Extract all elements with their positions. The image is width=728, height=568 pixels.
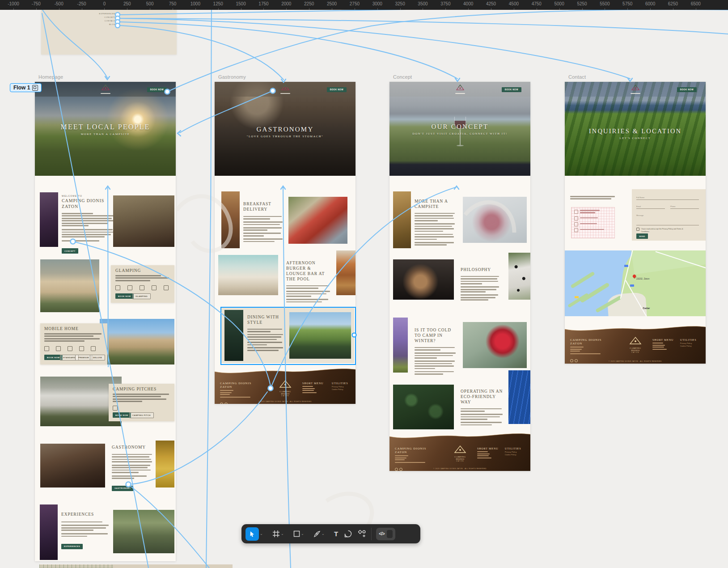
solar-panels-photo [508,370,530,424]
menu-item-concept[interactable]: CONCEPT [89,16,115,18]
cookie-policy-link[interactable]: Cookie Policy [332,389,348,390]
grapes-photo [40,192,58,247]
fax-icon [574,216,578,220]
address-icon [574,210,578,214]
text-tool[interactable]: T [334,530,338,538]
frame-tool[interactable] [272,530,280,538]
privacy-policy-link[interactable]: Privacy Policy [332,386,348,388]
frame-tool-dropdown[interactable]: ⌄ [281,532,285,536]
shape-tool[interactable] [293,530,300,537]
facebook-icon[interactable] [224,403,228,404]
menu-item-experiences[interactable]: EXPERIENCES [89,13,115,15]
frame-label-contact[interactable]: Contact [568,74,586,80]
email-field[interactable]: Email [636,205,665,209]
book-now-button[interactable]: BOOK NOW [502,87,521,92]
footer-utilities: UTILITIES Privacy Policy Cookie Policy [680,339,696,347]
tv-icon [164,284,169,292]
restaurant-photo [40,444,105,487]
experiences-button[interactable]: EXPERIENCES [61,544,83,549]
hero-title: OUR CONCEPT [389,123,530,131]
menu-item-contact[interactable]: CONTACT [89,20,115,22]
privacy-policy-link[interactable]: Privacy Policy [505,451,521,453]
hero-subtitle: MORE THAN A CAMPSITE [35,132,176,136]
instagram-icon[interactable] [220,403,223,404]
flow-label: Flow 1 [13,85,30,91]
contact-form: Full Name Email Phone Message I have rea… [632,189,706,241]
footer-socials[interactable] [570,356,611,364]
footer-utilities: UTILITIES Privacy Policy Cookie Policy [332,382,348,390]
map-pin-label: 23232, Zaton [636,277,649,280]
privacy-policy-link[interactable]: Privacy Policy [680,343,696,344]
frame-label-concept[interactable]: Concept [393,74,412,80]
foliage-photo [393,385,454,429]
philosophy-section: PHILOSOPHY [461,267,501,302]
flow-start-badge[interactable]: Flow 1 [10,83,42,92]
book-now-button[interactable]: BOOK NOW [147,87,167,92]
move-tool-dropdown[interactable]: ⌄ [260,532,264,536]
camping-pitch-button[interactable]: CAMPING PITCH [129,412,154,418]
concept-hero-image: BOOK NOW OUR CONCEPT DON'T JUST VISIT CR… [389,82,530,176]
move-tool[interactable] [245,527,259,541]
frame-contact[interactable]: BOOK NOW INQUIRIES & LOCATION LET'S CONN… [565,82,706,364]
full-name-field[interactable]: Full Name [636,196,699,200]
bottom-toolbar[interactable]: ⌄ ⌄ ⌄ ⌄ T </> [241,524,420,543]
mobile-home-title: MOBILE HOME [44,326,79,332]
footer-logo: CAMPING DIONIS ZATON [625,336,646,353]
map-route-badge [624,265,628,267]
phone-field[interactable]: Phone [670,205,699,209]
glamping-more-button[interactable]: GLAMPING [132,293,151,299]
send-button[interactable]: SEND [636,233,648,239]
comment-tool[interactable] [344,530,352,538]
hero-subtitle: LET'S CONNECT [565,136,706,140]
welcome-section: WELCOME TO CAMPING DIONIS ZATON CONCEPT [62,195,114,254]
concept-button[interactable]: CONCEPT [62,248,78,254]
ruler: -1000-750-500-25002505007501000125015001… [0,0,728,10]
shape-tool-dropdown[interactable]: ⌄ [301,532,305,536]
frame-concept[interactable]: BOOK NOW OUR CONCEPT DON'T JUST VISIT CR… [389,82,530,471]
camping-dionis-logo-icon [101,84,110,94]
gastronomy-title: GASTRONOMY [112,445,153,450]
gastronomy-button[interactable]: GASTRONOMY [112,486,133,491]
figma-canvas[interactable]: -1000-750-500-25002505007501000125015001… [0,0,728,568]
contact-info-card [571,207,615,238]
footer-short-menu: SHORT MENU [652,339,673,350]
cookie-policy-link[interactable]: Cookie Policy [680,345,696,347]
frame-label-homepage[interactable]: Homepage [38,74,63,80]
welcome-eyebrow: WELCOME TO [62,195,114,197]
ac-icon [152,284,157,292]
menu-overlay-frame[interactable]: EXPERIENCES CONCEPT CONTACT BLOG [41,10,177,55]
footer-brand: CAMPING DIONIS ZATON [395,447,436,454]
site-footer: CAMPING DIONIS ZATON CAMPING DIONIS ZATO… [389,431,530,471]
next-section-strip [39,564,233,568]
footer-utilities: UTILITIES Privacy Policy Cookie Policy [505,447,521,456]
pitches-book-now-button[interactable]: BOOK NOW [113,412,131,418]
actions-tool[interactable] [358,530,366,538]
breakfast-title: BREAKFAST DELIVERY [243,202,284,212]
strawberries-photo [288,197,347,244]
experiences-section: EXPERIENCES EXPERIENCES [61,512,110,549]
wine-splash-photo [463,197,527,243]
frame-gastronomy[interactable]: BOOK NOW GASTRONOMY "LOVE GOES THROUGH T… [215,82,356,404]
camping-dionis-logo-icon [631,84,640,94]
camping-pitches-card: CAMPING PITCHES BOOK NOW CAMPING PITCH [109,384,174,421]
dev-mode-toggle[interactable]: </> [376,528,395,540]
pen-tool[interactable] [313,530,321,538]
menu-item-blog[interactable]: BLOG [89,23,115,25]
book-now-button[interactable]: BOOK NOW [327,87,347,92]
grapes-photo-2 [40,504,58,560]
deluxe-button[interactable]: DELUXE [90,355,105,360]
eco-section: OPERATING IN AN ECO-FRIENDLY WAY [461,389,504,427]
message-field[interactable]: Message [636,214,699,225]
hero-title: INQUIRIES & LOCATION [565,127,706,135]
frame-label-gastronomy[interactable]: Gastronomy [218,74,246,80]
pen-tool-dropdown[interactable]: ⌄ [322,532,326,536]
frame-homepage[interactable]: BOOK NOW MEET LOCAL PEOPLE MORE THAN A C… [35,82,176,561]
book-now-button[interactable]: BOOK NOW [677,87,697,92]
consent-checkbox[interactable] [636,228,639,231]
glamping-book-now-button[interactable]: BOOK NOW [115,293,134,299]
market-photo [113,510,174,553]
location-map[interactable]: 23232, Zaton Zadar [565,250,706,316]
cookie-policy-link[interactable]: Cookie Policy [505,454,521,456]
consent-row[interactable]: I have read and accept the Privacy Polic… [636,228,690,233]
map-city-label: Zadar [643,307,650,309]
